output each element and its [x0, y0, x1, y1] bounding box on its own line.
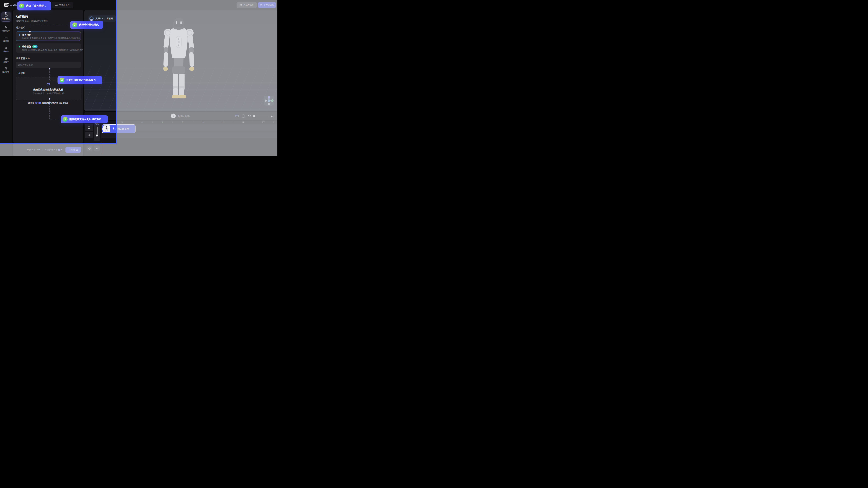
intensity-slider-panel: 40% — [94, 122, 100, 141]
person-icon — [88, 134, 91, 137]
sidebar-item-label: 表情库 — [3, 40, 9, 42]
step4-connector — [50, 69, 50, 80]
step3-anchor-dot — [29, 31, 31, 32]
step-text: 选择「动作模仿」 — [26, 4, 47, 8]
material-name-input[interactable] — [16, 62, 81, 68]
tutorial-step-4-tooltip[interactable]: 4 在此可以按需进行命名操作 — [58, 76, 102, 84]
robot-face-icon — [4, 36, 8, 39]
clapperboard-icon — [4, 13, 8, 17]
pro-badge: Pro — [32, 45, 37, 48]
sidebar-item-my-tasks[interactable]: 我的任务 — [1, 65, 11, 75]
upload-video-label: 上传视频 — [16, 72, 25, 75]
step4-anchor-dot — [49, 68, 51, 69]
mode-section-label: 选择模式 — [16, 26, 25, 29]
cloud-off-icon — [55, 4, 58, 6]
tutorial-highlight-border-horizontal — [0, 143, 117, 144]
panel-title: 动作模仿 — [16, 15, 28, 19]
model-avatar — [89, 16, 94, 21]
walking-robot-thumb — [104, 126, 109, 132]
upload-requirement-note: 请根据【要求】提供清晰完整的真人动作视频 — [13, 102, 83, 105]
mode-description: 快速模仿普通难度的全身动作，适用于小品戏剧等简单动作的快速演绎 — [22, 37, 79, 39]
step-text: 拖拽视频文件至此区域或单击 — [69, 118, 101, 121]
action-track-button[interactable] — [85, 132, 93, 138]
tutorial-highlight-border-vertical — [116, 0, 117, 144]
upload-zone-title: 拖拽至此或点击上传视频文件 — [33, 88, 63, 91]
note-prefix: 请根据 — [28, 102, 34, 104]
note-suffix: 提供清晰完整的真人动作视频 — [42, 102, 69, 104]
sidebar-item-label: 音频编排 — [2, 30, 10, 32]
sidebar-item-label: 我的任务 — [2, 71, 10, 74]
model-name: 灵犀X2 — [95, 17, 103, 20]
app-window: A1机 文件未保存 合成并保存 下发到设备 — [0, 0, 277, 156]
step-text: 在此可以按需进行命名操作 — [66, 79, 96, 82]
mode-card-pro[interactable]: 动作模仿 Pro 模仿复杂高精度高动态全身动作复现，适用于舞蹈功夫等丰富表达创作… — [16, 44, 81, 53]
music-library-icon — [4, 57, 8, 60]
tutorial-dim-overlay-right — [117, 0, 277, 156]
step1-connector — [8, 5, 17, 6]
step2-connector — [50, 119, 61, 119]
tutorial-dim-overlay-bottom — [0, 144, 117, 156]
step-number-badge: 3 — [72, 23, 77, 27]
tutorial-step-3-tooltip[interactable]: 3 选择动作模仿模式 — [70, 21, 103, 29]
mode-name: 动作模仿 — [22, 33, 31, 36]
intensity-slider-knob[interactable] — [96, 135, 98, 137]
step-number-badge: 1 — [19, 4, 24, 8]
model-variant: 青春版 — [106, 17, 114, 20]
expression-track-button[interactable] — [85, 124, 93, 131]
film-reel-icon — [46, 82, 51, 87]
step4-connector — [50, 80, 58, 80]
step2-anchor-dot — [49, 98, 51, 99]
walking-person-icon — [112, 127, 115, 130]
panel-subtitle: 通过动作模仿，快速生成动作素材 — [16, 19, 48, 22]
step-number-badge: 2 — [63, 117, 68, 122]
mode-card-standard[interactable]: 动作模仿 快速模仿普通难度的全身动作，适用于小品戏剧等简单动作的快速演绎 — [16, 31, 81, 41]
step3-connector — [30, 25, 30, 31]
file-unsaved-status[interactable]: 文件未保存 — [52, 2, 73, 8]
requirement-link[interactable]: 【要求】 — [34, 102, 42, 104]
app-logo-robot-icon — [4, 2, 9, 8]
step2-connector — [50, 99, 50, 119]
step1-connector — [6, 8, 6, 12]
upload-zone-hint: 支持MP4格式，文件时长不超过30秒 — [33, 92, 64, 95]
sidebar-item-label: 音频库 — [3, 61, 9, 63]
step-text: 选择动作模仿模式 — [79, 23, 99, 26]
clip-thumbnail — [103, 125, 111, 132]
mode-description: 模仿复杂高精度高动态全身动作复现，适用于舞蹈功夫等丰富表达创作表演 — [22, 49, 79, 51]
left-nav-sidebar: 动作模仿 音频编排 表情库 动作库 — [0, 10, 12, 156]
sidebar-item-action-library[interactable]: 动作库 — [1, 45, 11, 54]
unsaved-label: 文件未保存 — [59, 4, 70, 6]
sidebar-item-label: 动作库 — [3, 50, 9, 53]
person-icon — [4, 47, 8, 50]
sidebar-item-audio-library[interactable]: 音频库 — [1, 55, 11, 65]
lightning-icon — [18, 34, 21, 36]
sidebar-item-expression-library[interactable]: 表情库 — [1, 34, 11, 44]
clip-trim-handle-left[interactable] — [102, 128, 103, 130]
step-number-badge: 4 — [60, 78, 64, 83]
step1-anchor-dot — [5, 12, 6, 13]
star-sparkle-icon — [18, 45, 21, 48]
tutorial-step-2-tooltip[interactable]: 2 拖拽视频文件至此区域或单击 — [61, 115, 108, 123]
mode-name: 动作模仿 — [22, 45, 31, 48]
model-name-divider: | — [104, 17, 105, 20]
sidebar-item-audio-arrange[interactable]: 音频编排 — [1, 24, 11, 34]
step3-connector — [30, 25, 70, 25]
sparkles-icon — [4, 26, 8, 29]
task-list-clock-icon — [4, 67, 8, 70]
wink-face-icon — [87, 126, 91, 129]
material-name-label: 编辑素材名称 — [16, 57, 30, 60]
sidebar-item-label: 动作模仿 — [2, 18, 10, 20]
tutorial-step-1-tooltip[interactable]: 1 选择「动作模仿」 — [17, 1, 51, 10]
